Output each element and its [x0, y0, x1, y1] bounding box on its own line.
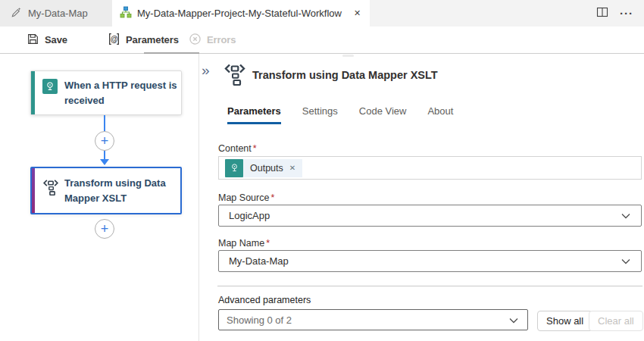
connector-line	[104, 151, 105, 159]
advanced-section-divider	[217, 286, 642, 286]
required-asterisk: *	[266, 238, 270, 249]
action-node-title: Transform using Data Mapper XSLT	[64, 176, 180, 206]
panel-data-mapper-icon	[224, 63, 246, 89]
tab-label: My-Data-Mapper-Project-My-Stateful-Workf…	[137, 8, 342, 19]
tab-my-data-map[interactable]: My-Data-Map	[0, 0, 112, 27]
errors-button[interactable]: Errors	[189, 27, 236, 53]
content-label: Content*	[218, 143, 257, 154]
http-request-icon	[42, 79, 58, 94]
action-node-data-mapper-xslt[interactable]: Transform using Data Mapper XSLT	[30, 167, 182, 214]
logic-apps-designer-window: My-Data-Map My-Data-Mapper-Project-My-St…	[0, 0, 644, 341]
http-request-token-icon	[225, 159, 243, 177]
tab-label: My-Data-Map	[28, 8, 88, 19]
panel-title: Transform using Data Mapper XSLT	[252, 69, 438, 81]
map-name-dropdown[interactable]: My-Data-Map	[218, 250, 642, 272]
map-source-value: LogicApp	[229, 210, 270, 221]
designer-toolbar: Save @ Parameters Errors	[0, 27, 644, 54]
remove-token-icon[interactable]: ✕	[289, 164, 295, 172]
data-map-pen-icon	[11, 7, 22, 20]
plus-icon: +	[101, 222, 109, 236]
tab-settings[interactable]: Settings	[302, 105, 338, 124]
map-name-label: Map Name*	[218, 238, 270, 249]
advanced-parameters-dropdown[interactable]: Showing 0 of 2	[218, 309, 528, 330]
canvas-scrollbar-thumb[interactable]	[144, 52, 199, 54]
action-accent-stripe	[32, 168, 35, 213]
more-actions-icon[interactable]: ···	[620, 8, 633, 19]
tab-parameters[interactable]: Parameters	[227, 105, 281, 124]
advanced-parameters-label: Advanced parameters	[218, 295, 311, 305]
split-editor-icon[interactable]	[596, 6, 608, 21]
token-label: Outputs	[250, 163, 283, 174]
chevron-down-icon	[621, 255, 630, 267]
map-name-value: My-Data-Map	[229, 255, 289, 267]
tab-workflow[interactable]: My-Data-Mapper-Project-My-Stateful-Workf…	[112, 0, 370, 27]
required-asterisk: *	[253, 143, 257, 154]
tab-about[interactable]: About	[427, 105, 453, 124]
parameters-button[interactable]: @ Parameters	[108, 27, 179, 53]
parameters-at-icon: @	[108, 33, 120, 48]
connector-arrowhead	[100, 159, 109, 165]
save-button[interactable]: Save	[27, 27, 67, 53]
insert-action-button[interactable]: +	[95, 131, 114, 151]
close-tab-icon[interactable]: ✕	[354, 8, 361, 18]
token-pill: Outputs ✕	[243, 159, 302, 177]
advanced-parameters-value: Showing 0 of 2	[227, 314, 292, 326]
errors-label: Errors	[207, 34, 236, 45]
canvas-panel-divider	[199, 54, 199, 341]
tab-code-view[interactable]: Code View	[359, 105, 407, 124]
tabstrip-scrollbar-thumb[interactable]	[342, 55, 354, 57]
chevron-down-icon	[509, 314, 518, 326]
trigger-node-http-request[interactable]: When a HTTP request is received	[30, 70, 182, 115]
plus-icon: +	[101, 134, 109, 148]
errors-circle-x-icon	[189, 33, 202, 48]
trigger-accent-stripe	[31, 71, 35, 114]
data-mapper-xslt-icon	[42, 179, 59, 196]
show-all-button[interactable]: Show all	[537, 311, 592, 331]
map-source-label: Map Source*	[218, 192, 274, 203]
content-input[interactable]: Outputs ✕	[218, 156, 642, 180]
panel-tabs: Parameters Settings Code View About	[227, 105, 453, 124]
add-action-button[interactable]: +	[95, 219, 114, 239]
workflow-tree-icon	[120, 6, 132, 20]
chevron-down-icon	[621, 210, 630, 221]
collapse-panel-chevron[interactable]: »	[202, 63, 210, 77]
connector-line	[104, 115, 105, 131]
outputs-token[interactable]: Outputs ✕	[225, 159, 302, 177]
clear-all-button[interactable]: Clear all	[589, 311, 643, 331]
trigger-node-title: When a HTTP request is received	[64, 78, 180, 108]
parameters-label: Parameters	[126, 34, 179, 45]
map-source-dropdown[interactable]: LogicApp	[218, 205, 642, 227]
svg-text:@: @	[111, 35, 118, 43]
editor-tab-bar: My-Data-Map My-Data-Mapper-Project-My-St…	[0, 0, 644, 27]
save-label: Save	[45, 34, 67, 45]
window-actions: ···	[596, 0, 633, 27]
required-asterisk: *	[270, 192, 274, 203]
save-floppy-icon	[27, 33, 39, 48]
